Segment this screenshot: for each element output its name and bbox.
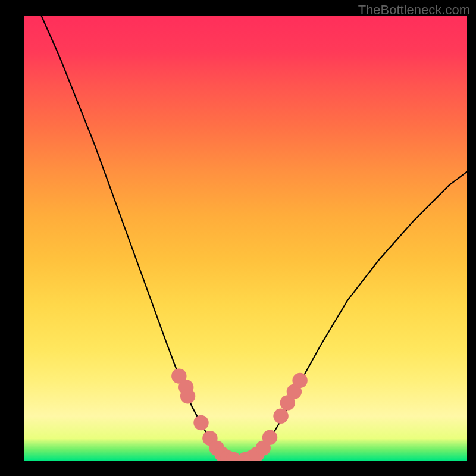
- marker-dot: [180, 389, 195, 403]
- marker-dot: [273, 409, 288, 424]
- curve-left: [42, 16, 237, 460]
- curve-layer: [42, 16, 467, 460]
- outer-frame: TheBottleneck.com: [0, 0, 476, 476]
- marker-layer: [171, 368, 308, 461]
- chart-svg: [24, 16, 467, 461]
- marker-dot: [292, 373, 307, 388]
- curve-right: [237, 171, 467, 460]
- plot-area: [24, 16, 467, 461]
- marker-dot: [193, 415, 208, 430]
- marker-dot: [262, 430, 277, 445]
